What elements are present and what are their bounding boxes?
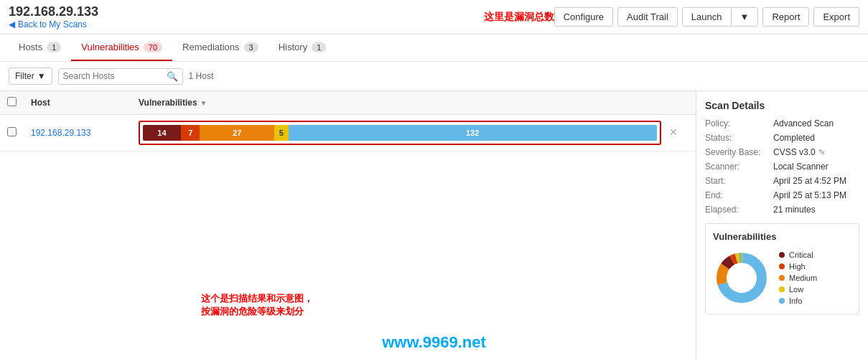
- vuln-col-label: Vulnerabilities: [139, 98, 197, 108]
- chart-container: Critical High Medium Low: [713, 249, 851, 307]
- end-value: April 25 at 5:13 PM: [773, 190, 846, 200]
- tabs-bar: Hosts 1 Vulnerabilities 70 Remediations …: [0, 34, 868, 62]
- back-link[interactable]: ◀ Back to My Scans: [9, 19, 470, 29]
- sort-icon: ▼: [200, 99, 207, 107]
- detail-end: End: April 25 at 5:13 PM: [705, 190, 859, 200]
- svg-point-5: [729, 265, 755, 291]
- elapsed-label: Elapsed:: [705, 205, 773, 215]
- main-content: Host Vulnerabilities ▼ 192.168.29.: [0, 91, 868, 359]
- filter-button[interactable]: Filter ▼: [9, 67, 52, 85]
- tab-remediations-count: 3: [244, 42, 258, 52]
- annotation-line1: 这个是扫描结果和示意图，: [201, 292, 313, 305]
- tab-hosts[interactable]: Hosts 1: [9, 34, 71, 61]
- scan-details-panel: Scan Details Policy: Advanced Scan Statu…: [696, 91, 868, 359]
- top-bar: 192.168.29.133 ◀ Back to My Scans 这里是漏洞总…: [0, 0, 868, 34]
- vuln-chart-panel: Vulnerabilities: [705, 223, 859, 314]
- search-box: 🔍: [58, 68, 183, 85]
- export-button[interactable]: Export: [813, 7, 859, 27]
- report-button[interactable]: Report: [762, 7, 809, 27]
- edit-icon[interactable]: ✎: [818, 148, 825, 157]
- audit-trail-button[interactable]: Audit Trail: [617, 7, 678, 27]
- vuln-chart-title: Vulnerabilities: [713, 231, 851, 242]
- legend-high-dot: [779, 264, 785, 269]
- vulnerabilities-column-header: Vulnerabilities ▼: [131, 91, 696, 115]
- start-value: April 25 at 4:52 PM: [773, 176, 846, 186]
- bar-info: 132: [289, 125, 657, 141]
- annotation-vuln-count: 这里是漏洞总数: [484, 11, 554, 24]
- hosts-table: Host Vulnerabilities ▼ 192.168.29.: [0, 91, 696, 151]
- legend-medium: Medium: [779, 274, 817, 282]
- row-close-icon[interactable]: ✕: [669, 126, 678, 138]
- detail-start: Start: April 25 at 4:52 PM: [705, 176, 859, 186]
- policy-value: Advanced Scan: [773, 118, 834, 129]
- legend-low-dot: [779, 286, 785, 292]
- legend-info-dot: [779, 298, 785, 304]
- configure-button[interactable]: Configure: [554, 7, 613, 27]
- legend-high: High: [779, 262, 817, 271]
- host-ip[interactable]: 192.168.29.133: [31, 128, 90, 138]
- tab-remediations[interactable]: Remediations 3: [172, 34, 269, 61]
- bar-medium: 27: [200, 125, 274, 141]
- elapsed-value: 21 minutes: [773, 205, 816, 215]
- top-bar-right: Configure Audit Trail Launch ▼ Report Ex…: [554, 7, 859, 27]
- scan-details-title: Scan Details: [705, 100, 859, 111]
- ip-title: 192.168.29.133: [9, 4, 470, 19]
- severity-text: CVSS v3.0: [773, 147, 816, 157]
- host-column-header: Host: [24, 91, 131, 115]
- tab-hosts-label: Hosts: [19, 42, 42, 52]
- detail-elapsed: Elapsed: 21 minutes: [705, 205, 859, 215]
- tab-history[interactable]: History 1: [269, 34, 337, 61]
- severity-value: CVSS v3.0 ✎: [773, 147, 825, 157]
- policy-label: Policy:: [705, 118, 773, 129]
- vuln-header: Vulnerabilities ▼: [139, 98, 689, 108]
- select-all-checkbox[interactable]: [7, 97, 17, 106]
- tab-remediations-label: Remediations: [182, 42, 240, 52]
- vuln-bar-wrapper: 14 7 27 5 132: [139, 121, 661, 145]
- detail-policy: Policy: Advanced Scan: [705, 118, 859, 129]
- filter-label: Filter: [15, 71, 34, 81]
- top-bar-left: 192.168.29.133 ◀ Back to My Scans: [9, 4, 470, 29]
- bar-critical: 14: [143, 125, 181, 141]
- status-value: Completed: [773, 133, 815, 143]
- back-arrow-icon: ◀: [9, 19, 15, 29]
- row-checkbox[interactable]: [7, 127, 17, 136]
- table-area: Host Vulnerabilities ▼ 192.168.29.: [0, 91, 696, 359]
- tab-vulnerabilities-count: 70: [144, 42, 162, 52]
- vuln-bar[interactable]: 14 7 27 5 132: [143, 125, 657, 141]
- start-label: Start:: [705, 176, 773, 186]
- scanner-value: Local Scanner: [773, 162, 829, 172]
- tab-history-label: History: [279, 42, 307, 52]
- legend-low: Low: [779, 285, 817, 294]
- bar-high: 7: [181, 125, 200, 141]
- severity-label: Severity Base:: [705, 147, 773, 157]
- legend-critical: Critical: [779, 251, 817, 259]
- host-count: 1 Host: [189, 71, 214, 81]
- tab-history-count: 1: [312, 42, 326, 52]
- annotation-line2: 按漏洞的危险等级来划分: [201, 305, 313, 318]
- detail-status: Status: Completed: [705, 133, 859, 143]
- launch-button[interactable]: Launch: [683, 8, 732, 26]
- back-link-label: Back to My Scans: [18, 19, 87, 29]
- legend-info-label: Info: [789, 297, 802, 305]
- chart-legend: Critical High Medium Low: [779, 251, 817, 305]
- filter-bar: Filter ▼ 🔍 1 Host: [0, 62, 868, 91]
- scanner-label: Scanner:: [705, 162, 773, 172]
- legend-critical-label: Critical: [789, 251, 813, 259]
- legend-critical-dot: [779, 252, 785, 258]
- launch-dropdown-button[interactable]: ▼: [732, 8, 758, 26]
- tab-vulnerabilities[interactable]: Vulnerabilities 70: [71, 34, 172, 61]
- select-all-header: [0, 91, 24, 115]
- legend-high-label: High: [789, 262, 806, 271]
- end-label: End:: [705, 190, 773, 200]
- legend-medium-dot: [779, 275, 785, 281]
- table-row: 192.168.29.133 14 7 27 5 132 ✕: [0, 115, 696, 151]
- legend-low-label: Low: [789, 285, 803, 294]
- tab-vulnerabilities-label: Vulnerabilities: [81, 42, 139, 52]
- annotation-middle: 这个是扫描结果和示意图， 按漏洞的危险等级来划分: [201, 292, 313, 318]
- vuln-bar-cell: 14 7 27 5 132 ✕: [131, 115, 696, 151]
- legend-medium-label: Medium: [789, 274, 817, 282]
- status-label: Status:: [705, 133, 773, 143]
- search-input[interactable]: [63, 71, 164, 81]
- bar-low: 5: [274, 125, 288, 141]
- host-cell: 192.168.29.133: [24, 115, 131, 151]
